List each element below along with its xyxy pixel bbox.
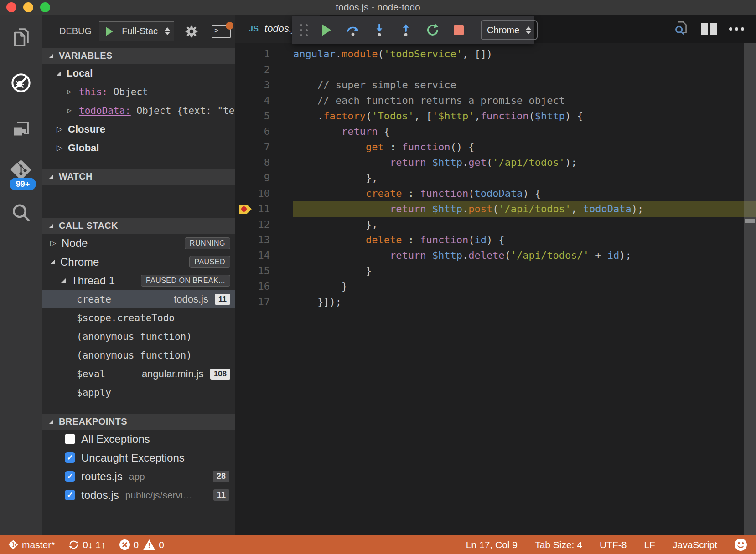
stack-frame[interactable]: (anonymous function) — [42, 327, 235, 346]
gutter[interactable]: 11 — [235, 201, 293, 217]
breakpoint-paused-icon[interactable] — [239, 205, 252, 214]
step-over-button[interactable] — [346, 23, 360, 37]
gutter[interactable]: 4 — [235, 93, 293, 108]
gutter[interactable]: 3 — [235, 77, 293, 93]
debug-console-button[interactable]: > — [212, 25, 231, 38]
scope-name: Global — [68, 142, 99, 154]
line-number: 14 — [258, 248, 270, 263]
step-into-button[interactable] — [372, 23, 387, 37]
gutter[interactable]: 1 — [235, 46, 293, 62]
breakpoint-row[interactable]: ✓routes.jsapp28 — [42, 467, 235, 486]
debug-session-name: Chrome — [487, 25, 519, 36]
cursor-position[interactable]: Ln 17, Col 9 — [466, 539, 518, 550]
breakpoint-row[interactable]: ✓todos.jspublic/js/servi…11 — [42, 486, 235, 504]
explorer-icon[interactable] — [10, 26, 32, 48]
debug-session-select[interactable]: Chrome — [481, 20, 538, 40]
gutter[interactable]: 2 — [235, 62, 293, 77]
step-out-button[interactable] — [399, 23, 413, 37]
gutter[interactable]: 6 — [235, 124, 293, 139]
close-button[interactable] — [6, 2, 16, 12]
warning-status[interactable]: ! 0 — [143, 539, 164, 550]
variable-name: this: — [79, 87, 108, 97]
callstack-section: CALL STACK ▷NodeRUNNINGChromePAUSEDThrea… — [42, 218, 235, 402]
variable-row[interactable]: ▷todoData: Object {text: "tes… — [42, 101, 235, 120]
gutter[interactable]: 9 — [235, 170, 293, 186]
breakpoint-checkbox[interactable]: ✓ — [65, 490, 75, 500]
gutter[interactable]: 15 — [235, 263, 293, 279]
watch-header[interactable]: WATCH — [42, 169, 235, 185]
breakpoint-row[interactable]: All Exceptions — [42, 430, 235, 448]
extensions-icon[interactable] — [10, 118, 32, 140]
stack-frame[interactable]: $evalangular.min.js108 — [42, 364, 235, 383]
feedback-smiley-icon[interactable] — [735, 539, 747, 551]
search-icon[interactable] — [10, 202, 32, 224]
breakpoint-row[interactable]: ✓Uncaught Exceptions — [42, 448, 235, 467]
variable-row[interactable]: ▷this: Object — [42, 82, 235, 101]
more-actions-icon[interactable] — [729, 27, 744, 31]
chevron-expanded-icon — [61, 278, 66, 283]
debug-icon[interactable] — [10, 72, 32, 94]
code-area[interactable]: 1angular.module('todoService', [])23 // … — [235, 43, 756, 535]
breakpoint-line-badge: 28 — [213, 471, 229, 482]
gutter[interactable]: 12 — [235, 217, 293, 232]
code-text: }]); — [293, 294, 756, 310]
code-text: } — [293, 263, 756, 279]
error-status[interactable]: 0 — [119, 539, 139, 550]
drag-handle-icon[interactable] — [300, 24, 308, 36]
breakpoints-section: BREAKPOINTS All Exceptions✓Uncaught Exce… — [42, 414, 235, 504]
stop-button[interactable] — [451, 23, 466, 37]
gutter[interactable]: 7 — [235, 139, 293, 155]
zoom-button[interactable] — [40, 2, 50, 12]
code-text: return $http.get('/api/todos'); — [293, 155, 756, 170]
gutter[interactable]: 10 — [235, 186, 293, 201]
breakpoint-checkbox[interactable] — [65, 434, 75, 444]
split-editor-icon[interactable] — [701, 23, 717, 35]
variable-value: Object — [108, 87, 148, 97]
eol-indicator[interactable]: LF — [644, 539, 655, 550]
encoding-indicator[interactable]: UTF-8 — [600, 539, 627, 550]
stack-frame[interactable]: $scope.createTodo — [42, 308, 235, 327]
continue-button[interactable] — [319, 23, 334, 37]
debug-config-select[interactable]: Full-Stac — [118, 22, 174, 41]
gutter[interactable]: 16 — [235, 279, 293, 294]
breakpoint-checkbox[interactable]: ✓ — [65, 471, 75, 482]
thread-row[interactable]: Thread 1PAUSED ON BREAK... — [42, 271, 235, 290]
gutter[interactable]: 14 — [235, 248, 293, 263]
line-number: 3 — [264, 77, 270, 93]
tab-size-indicator[interactable]: Tab Size: 4 — [535, 539, 582, 550]
stack-frame[interactable]: (anonymous function) — [42, 346, 235, 364]
minimize-button[interactable] — [23, 2, 33, 12]
variables-header[interactable]: VARIABLES — [42, 48, 235, 64]
stack-frame[interactable]: $apply — [42, 383, 235, 402]
git-branch-status[interactable]: master* — [8, 539, 55, 550]
gutter[interactable]: 17 — [235, 294, 293, 310]
frame-line-badge: 11 — [215, 294, 230, 305]
language-indicator[interactable]: JavaScript — [673, 539, 717, 550]
git-logo-icon — [8, 540, 18, 550]
start-debug-button[interactable] — [99, 22, 118, 41]
variables-title: VARIABLES — [59, 51, 113, 61]
breakpoints-header[interactable]: BREAKPOINTS — [42, 414, 235, 430]
line-number: 16 — [258, 279, 270, 294]
variable-name: todoData: — [79, 105, 131, 116]
search-file-icon[interactable] — [673, 20, 689, 38]
session-chrome[interactable]: ChromePAUSED — [42, 252, 235, 271]
scope-closure[interactable]: ▷Closure — [42, 120, 235, 138]
configure-gear-button[interactable] — [184, 24, 199, 39]
breakpoint-checkbox[interactable]: ✓ — [65, 452, 75, 463]
scope-local[interactable]: Local — [42, 64, 235, 82]
session-status-badge: RUNNING — [185, 237, 230, 249]
scope-global[interactable]: ▷Global — [42, 138, 235, 157]
dropdown-stepper-icon — [526, 26, 531, 34]
chevron-expanded-icon — [49, 420, 53, 424]
stack-frame[interactable]: createtodos.js11 — [42, 290, 235, 308]
restart-button[interactable] — [425, 23, 440, 37]
callstack-header[interactable]: CALL STACK — [42, 218, 235, 234]
breakpoint-label: todos.js — [81, 489, 119, 502]
session-node[interactable]: ▷NodeRUNNING — [42, 234, 235, 252]
gutter[interactable]: 13 — [235, 232, 293, 248]
sync-status[interactable]: 0↓ 1↑ — [68, 539, 105, 550]
gutter[interactable]: 8 — [235, 155, 293, 170]
gutter[interactable]: 5 — [235, 108, 293, 124]
line-number: 9 — [264, 170, 270, 186]
